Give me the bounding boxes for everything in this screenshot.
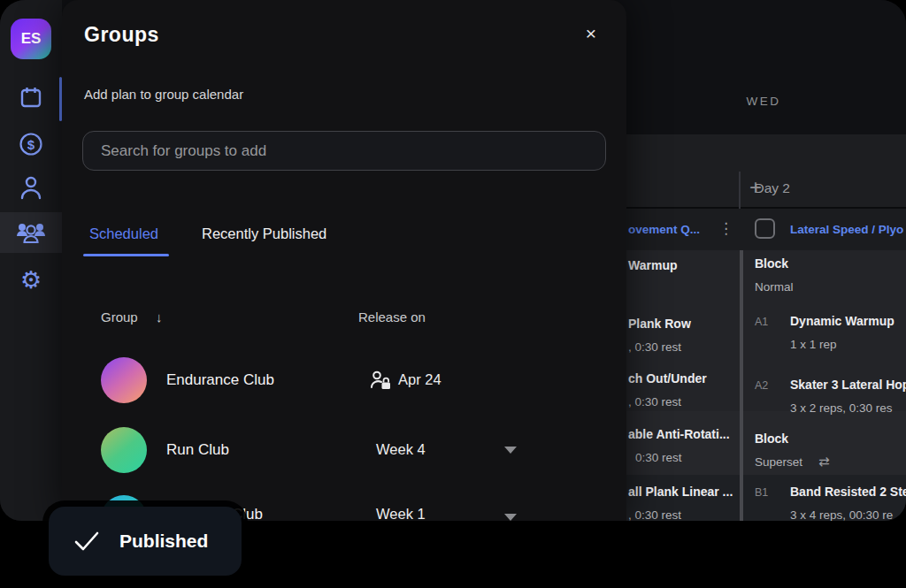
- group-name: Run Club: [166, 441, 229, 459]
- calendar-day-header: WED: [626, 95, 901, 108]
- locked-release-icon: [369, 369, 392, 392]
- exercise-detail: , 0:30 rest: [628, 340, 681, 354]
- block-type: Superset: [755, 455, 802, 469]
- exercise-detail: , 0:30 rest: [628, 395, 681, 409]
- superset-cycle-icon: ⇄: [818, 454, 830, 470]
- sidebar-item-payments[interactable]: $: [0, 125, 62, 164]
- sidebar-item-calendar[interactable]: [0, 78, 62, 117]
- exercise-name: Band Resisted 2 Step: [790, 485, 906, 499]
- exercise-detail: , 0:30 rest: [628, 508, 681, 521]
- svg-text:$: $: [27, 137, 35, 152]
- right-workout-title-link[interactable]: Lateral Speed / Plyo: [790, 223, 903, 236]
- person-icon: [19, 174, 43, 201]
- toast-label: Published: [119, 531, 208, 552]
- left-workout-title-link[interactable]: ovement Q...: [628, 223, 700, 236]
- release-date: Apr 24: [398, 371, 441, 388]
- published-toast: Published: [49, 507, 242, 576]
- sidebar-item-athletes[interactable]: [0, 168, 62, 207]
- brand-avatar[interactable]: ES: [11, 19, 51, 59]
- tab-scheduled[interactable]: Scheduled: [89, 225, 158, 242]
- release-week-dropdown[interactable]: Week 4: [376, 441, 426, 458]
- block-type: Normal: [755, 280, 794, 294]
- exercise-detail: 0:30 rest: [635, 451, 682, 464]
- exercise-name: Dynamic Warmup: [790, 314, 894, 328]
- column-header-group[interactable]: Group: [101, 309, 138, 325]
- app-window: WED Day 2 + ovement Q... ⋮ Warmup Plank …: [0, 0, 906, 521]
- day-row-divider: [739, 172, 741, 209]
- groups-modal: Groups × Add plan to group calendar Sche…: [62, 0, 626, 521]
- screenshot-stage: WED Day 2 + ovement Q... ⋮ Warmup Plank …: [0, 0, 906, 588]
- gear-icon: ⚙: [20, 268, 42, 292]
- kebab-menu-icon[interactable]: ⋮: [718, 221, 733, 236]
- block-label: Block: [755, 431, 788, 446]
- add-workout-button[interactable]: +: [749, 175, 762, 200]
- sidebar-item-groups[interactable]: [0, 213, 62, 252]
- chevron-down-icon[interactable]: [504, 514, 517, 521]
- exercise-name: ch Out/Under: [628, 371, 707, 386]
- active-tab-underline: [83, 254, 169, 256]
- exercise-detail: 3 x 4 reps, 00:30 re: [790, 508, 893, 521]
- exercise-tag: A2: [755, 379, 768, 392]
- exercise-name: able Anti-Rotati...: [628, 427, 730, 441]
- exercise-name: Warmup: [628, 258, 677, 272]
- exercise-tag: B1: [755, 486, 768, 499]
- groups-icon: [16, 220, 46, 245]
- exercise-detail: 3 x 2 reps, 0:30 res: [790, 401, 893, 415]
- app-sidebar: ES $: [0, 0, 62, 521]
- chevron-down-icon[interactable]: [504, 447, 517, 454]
- calendar-icon: [19, 86, 42, 109]
- exercise-name: Skater 3 Lateral Hop: [790, 378, 906, 392]
- group-search-input[interactable]: [82, 131, 606, 171]
- sidebar-item-settings[interactable]: ⚙: [0, 260, 62, 299]
- exercise-detail: 1 x 1 rep: [790, 338, 837, 351]
- modal-title: Groups: [84, 23, 159, 47]
- tab-recently-published[interactable]: Recently Published: [202, 225, 326, 242]
- group-avatar: [101, 357, 147, 403]
- column-header-release-on: Release on: [358, 309, 426, 325]
- dollar-icon: $: [19, 132, 43, 157]
- workout-checkbox[interactable]: [755, 218, 775, 239]
- group-name: Endurance Club: [166, 371, 274, 389]
- exercise-name: all Plank Linear ...: [628, 485, 733, 499]
- exercise-tag: A1: [755, 316, 768, 328]
- group-avatar: [101, 427, 147, 473]
- block-label: Block: [755, 256, 788, 271]
- modal-subtitle: Add plan to group calendar: [84, 87, 243, 102]
- close-icon[interactable]: ×: [579, 21, 603, 46]
- column-scrollbar[interactable]: [740, 250, 743, 521]
- check-icon: [73, 531, 100, 552]
- sort-descending-icon[interactable]: ↓: [156, 309, 163, 325]
- release-week-dropdown[interactable]: Week 1: [376, 506, 426, 521]
- exercise-name: Plank Row: [628, 317, 691, 331]
